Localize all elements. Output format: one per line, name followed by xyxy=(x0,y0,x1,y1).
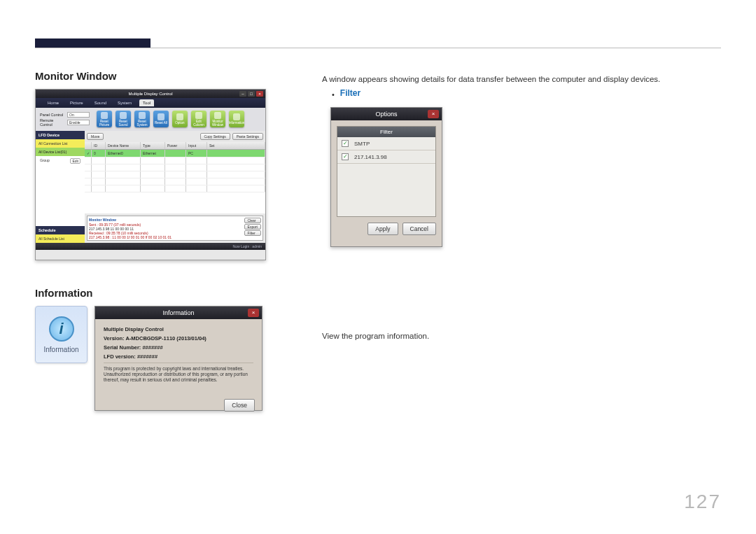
info-version: Version: A-MDCBGDSP-1110 (2013/01/04) xyxy=(104,335,253,342)
sidebar-item-all-connection[interactable]: All Connection List xyxy=(36,139,85,148)
paste-settings-button[interactable]: Paste Settings xyxy=(232,133,263,140)
info-program-name: Multiple Display Control xyxy=(104,326,253,332)
filter-row[interactable]: ✓ 217.141.3.98 xyxy=(337,150,435,164)
table-row xyxy=(85,164,265,171)
monitor-window-button[interactable]: Monitor Window xyxy=(210,111,225,127)
tab-sound[interactable]: Sound xyxy=(91,99,110,106)
col-type[interactable]: Type xyxy=(141,142,165,149)
log-export-button[interactable]: Export xyxy=(244,224,261,230)
monitor-window-description: A window appears showing details for dat… xyxy=(322,73,721,85)
table-header: ID Device Name Type Power Input Set xyxy=(85,142,265,150)
tab-tool[interactable]: Tool xyxy=(139,99,154,106)
info-disclaimer: This program is protected by copyright l… xyxy=(104,363,253,383)
log-title: Monitor Window xyxy=(89,218,261,222)
cell-id: 0 xyxy=(92,150,106,157)
app-titlebar: Multiple Display Control – □ × xyxy=(36,90,265,98)
maximize-icon[interactable]: □ xyxy=(248,91,255,97)
sidebar-header-lfd: LFD Device xyxy=(36,131,85,139)
close-button[interactable]: Close xyxy=(224,399,255,412)
apply-button[interactable]: Apply xyxy=(368,223,398,235)
table-row xyxy=(85,157,265,164)
checkbox-icon[interactable]: ✓ xyxy=(342,140,349,147)
reset-picture-button[interactable]: Reset Picture xyxy=(97,111,112,127)
reset-all-button[interactable]: Reset All xyxy=(153,111,169,127)
copy-settings-button[interactable]: Copy Settings xyxy=(200,133,230,140)
edit-column-label: Edit Column xyxy=(191,120,206,127)
information-button[interactable]: Information xyxy=(229,111,244,127)
option-label: Option xyxy=(175,121,184,125)
cell-input: PC xyxy=(186,150,207,157)
table-row[interactable]: ✓ 0 Ethernet0 Ethernet PC xyxy=(85,150,265,157)
sidebar-header-schedule: Schedule xyxy=(36,226,85,234)
information-description: View the program information. xyxy=(322,330,721,342)
filter-dialog-title: Options xyxy=(375,111,397,118)
close-icon[interactable]: × xyxy=(428,110,439,118)
cancel-button[interactable]: Cancel xyxy=(402,223,436,235)
sidebar: LFD Device All Connection List All Devic… xyxy=(36,131,85,243)
col-set[interactable]: Set xyxy=(207,142,265,149)
info-dialog-titlebar: Information × xyxy=(95,307,262,319)
col-name[interactable]: Device Name xyxy=(106,142,141,149)
bullet-icon: • xyxy=(332,88,335,101)
tab-system[interactable]: System xyxy=(114,99,135,106)
tab-home[interactable]: Home xyxy=(44,99,62,106)
move-button[interactable]: Move xyxy=(87,133,104,140)
reset-all-label: Reset All xyxy=(155,121,167,125)
cell-type: Ethernet xyxy=(141,150,165,157)
col-power[interactable]: Power xyxy=(165,142,186,149)
monitor-window-label: Monitor Window xyxy=(210,120,225,127)
log-recv2: 217.145.3.98 : 11 00 00 1f 00 01 00 ff 0… xyxy=(89,235,261,239)
cell-name: Ethernet0 xyxy=(106,150,141,157)
option-button[interactable]: Option xyxy=(172,111,188,127)
monitor-window-icon xyxy=(214,112,221,119)
reset-system-label: Reset System xyxy=(134,120,150,127)
reset-sound-button[interactable]: Reset Sound xyxy=(115,111,131,127)
minimize-icon[interactable]: – xyxy=(239,91,246,97)
main-area: Move Copy Settings Paste Settings ID Dev… xyxy=(85,131,265,243)
checkbox-icon[interactable]: ✓ xyxy=(342,153,349,160)
info-tile-label: Information xyxy=(43,346,78,353)
sidebar-edit-button[interactable]: Edit xyxy=(70,158,80,164)
log-filter-button[interactable]: Filter xyxy=(244,230,261,236)
reset-system-icon xyxy=(139,112,146,119)
info-serial: Serial Number: ####### xyxy=(104,344,253,351)
col-input[interactable]: Input xyxy=(186,142,207,149)
option-icon xyxy=(176,113,183,120)
app-title: Multiple Display Control xyxy=(128,92,172,96)
sidebar-item-group[interactable]: Group Edit xyxy=(36,156,85,166)
device-table: ID Device Name Type Power Input Set ✓ 0 … xyxy=(85,142,265,213)
col-id[interactable]: ID xyxy=(92,142,106,149)
filter-heading: Filter xyxy=(340,88,360,101)
filter-dialog: Options × Filter ✓ SMTP ✓ 217.141.3.98 xyxy=(330,107,442,247)
filter-item-label: 217.141.3.98 xyxy=(354,154,387,160)
remote-control-select[interactable]: Enable xyxy=(67,120,90,125)
edit-column-button[interactable]: Edit Column xyxy=(191,111,206,127)
reset-picture-label: Reset Picture xyxy=(97,120,112,127)
filter-item-label: SMTP xyxy=(354,141,370,147)
app-footer: Now Login : admin xyxy=(36,243,265,250)
close-icon[interactable]: × xyxy=(256,91,263,97)
sidebar-item-all-schedule[interactable]: All Schedule List xyxy=(36,234,85,243)
app-toolbar: Panel Control On Remote Control Enable R… xyxy=(36,108,265,131)
table-row xyxy=(85,185,265,192)
app-window: Multiple Display Control – □ × Home Pict… xyxy=(35,89,266,260)
filter-row[interactable]: ✓ SMTP xyxy=(337,137,435,150)
sidebar-item-all-device[interactable]: All Device List(01) xyxy=(36,148,85,156)
monitor-log-panel: Monitor Window Sent : 09:35:77 (07 milli… xyxy=(87,216,263,241)
cell-power xyxy=(165,150,186,157)
panel-control-label: Panel Control xyxy=(40,113,65,117)
information-label: Information xyxy=(229,121,245,125)
information-dialog: Information × Multiple Display Control V… xyxy=(94,306,262,411)
close-icon[interactable]: × xyxy=(248,309,259,317)
reset-sound-label: Reset Sound xyxy=(115,120,131,127)
tab-picture[interactable]: Picture xyxy=(66,99,87,106)
edit-column-icon xyxy=(195,112,202,119)
reset-sound-icon xyxy=(120,112,127,119)
log-clear-button[interactable]: Clear xyxy=(244,218,261,223)
remote-control-label: Remote Control xyxy=(40,118,65,127)
information-tile-button[interactable]: i Information xyxy=(35,306,88,363)
table-row xyxy=(85,178,265,185)
panel-control-select[interactable]: On xyxy=(67,112,90,118)
reset-system-button[interactable]: Reset System xyxy=(134,111,150,127)
reset-picture-icon xyxy=(101,112,108,119)
